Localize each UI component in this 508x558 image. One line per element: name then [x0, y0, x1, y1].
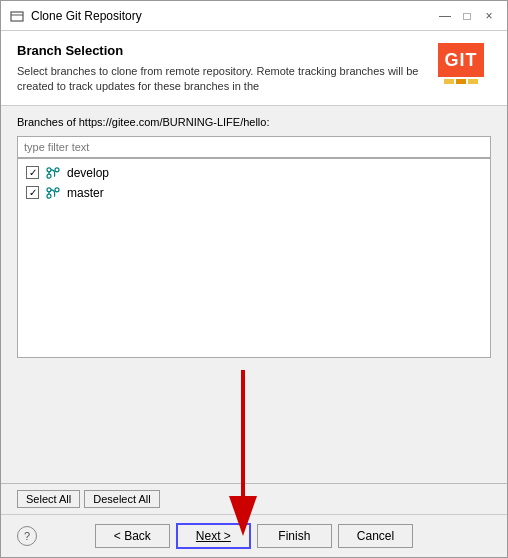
svg-point-4: [47, 174, 51, 178]
bottom-bar: Select All Deselect All ? < Back Next > …: [1, 483, 507, 557]
header-section: Branch Selection Select branches to clon…: [1, 31, 507, 106]
branch-icon-develop: [45, 166, 61, 180]
help-button[interactable]: ?: [17, 526, 37, 546]
next-button-label: Next >: [196, 529, 231, 543]
window-controls: — □ ×: [435, 6, 499, 26]
svg-rect-0: [11, 12, 23, 21]
branch-checkbox-master[interactable]: [26, 186, 39, 199]
stripe-1: [444, 79, 454, 84]
branch-icon-master: [45, 186, 61, 200]
clone-git-dialog: Clone Git Repository — □ × Branch Select…: [0, 0, 508, 558]
svg-point-2: [47, 168, 51, 172]
branches-label-wrapper: Branches of https://gitee.com/BURNING-LI…: [17, 106, 491, 358]
window-icon: [9, 8, 25, 24]
branch-checkbox-develop[interactable]: [26, 166, 39, 179]
back-button[interactable]: < Back: [95, 524, 170, 548]
svg-point-6: [47, 188, 51, 192]
minimize-button[interactable]: —: [435, 6, 455, 26]
filter-input[interactable]: [17, 136, 491, 158]
section-title: Branch Selection: [17, 43, 421, 58]
action-bar: ? < Back Next > Finish Cancel: [1, 515, 507, 557]
close-button[interactable]: ×: [479, 6, 499, 26]
branch-name-develop: develop: [67, 166, 109, 180]
cancel-button[interactable]: Cancel: [338, 524, 413, 548]
svg-point-8: [47, 194, 51, 198]
branch-list: develop master: [17, 158, 491, 358]
next-button[interactable]: Next >: [176, 523, 251, 549]
branch-item-develop: develop: [18, 163, 490, 183]
header-left: Branch Selection Select branches to clon…: [17, 43, 421, 95]
branches-label: Branches of https://gitee.com/BURNING-LI…: [17, 116, 491, 128]
select-bar: Select All Deselect All: [1, 484, 507, 515]
title-bar: Clone Git Repository — □ ×: [1, 1, 507, 31]
section-description: Select branches to clone from remote rep…: [17, 64, 421, 95]
svg-point-7: [55, 188, 59, 192]
content-area: Branch Selection Select branches to clon…: [1, 31, 507, 557]
stripe-2: [456, 79, 466, 84]
maximize-button[interactable]: □: [457, 6, 477, 26]
window-title: Clone Git Repository: [31, 9, 435, 23]
stripe-3: [468, 79, 478, 84]
git-logo: GIT: [431, 43, 491, 93]
git-logo-text: GIT: [438, 43, 484, 77]
svg-point-3: [55, 168, 59, 172]
select-all-button[interactable]: Select All: [17, 490, 80, 508]
git-logo-stripes: [444, 79, 478, 84]
branch-name-master: master: [67, 186, 104, 200]
deselect-all-button[interactable]: Deselect All: [84, 490, 159, 508]
main-list-area: Branches of https://gitee.com/BURNING-LI…: [1, 106, 507, 483]
finish-button[interactable]: Finish: [257, 524, 332, 548]
branch-item-master: master: [18, 183, 490, 203]
